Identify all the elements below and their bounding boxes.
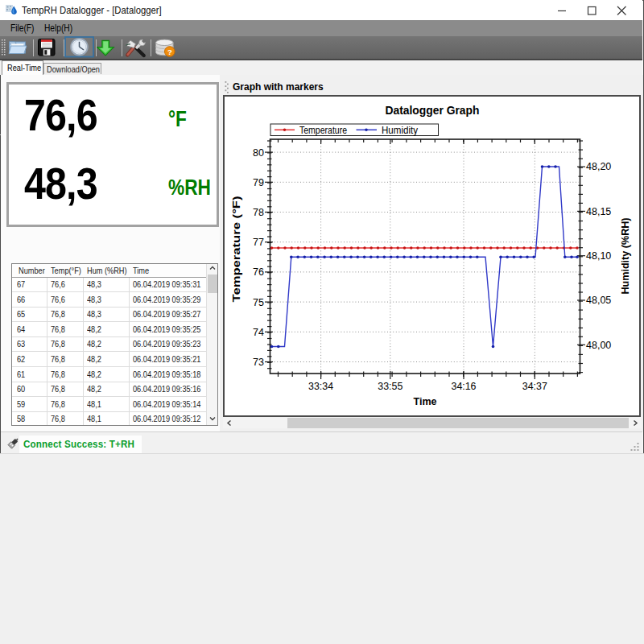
svg-text:48,20: 48,20	[586, 161, 611, 172]
svg-text:73: 73	[253, 357, 264, 368]
svg-text:34:37: 34:37	[522, 380, 547, 391]
svg-text:74: 74	[253, 326, 264, 337]
svg-text:48,10: 48,10	[586, 250, 611, 262]
svg-text:Humidity: Humidity	[382, 124, 418, 135]
svg-text:48,00: 48,00	[586, 339, 611, 350]
svg-text:75: 75	[253, 296, 264, 308]
svg-text:76: 76	[253, 266, 264, 278]
svg-text:48,15: 48,15	[586, 205, 611, 217]
svg-text:78: 78	[253, 207, 264, 218]
svg-text:Humidity (%RH): Humidity (%RH)	[619, 217, 631, 294]
svg-text:77: 77	[253, 237, 264, 248]
svg-text:48,05: 48,05	[586, 295, 611, 306]
svg-text:?: ?	[167, 47, 172, 56]
svg-text:Temperature (°F): Temperature (°F)	[230, 196, 242, 302]
svg-text:Temperature: Temperature	[299, 124, 347, 135]
svg-text:79: 79	[253, 176, 264, 188]
svg-text:33:34: 33:34	[308, 380, 333, 391]
svg-text:Datalogger Graph: Datalogger Graph	[386, 102, 480, 116]
svg-text:80: 80	[253, 147, 264, 158]
svg-text:34:16: 34:16	[452, 380, 477, 391]
svg-text:Time: Time	[414, 395, 437, 407]
svg-text:33:55: 33:55	[378, 380, 402, 391]
